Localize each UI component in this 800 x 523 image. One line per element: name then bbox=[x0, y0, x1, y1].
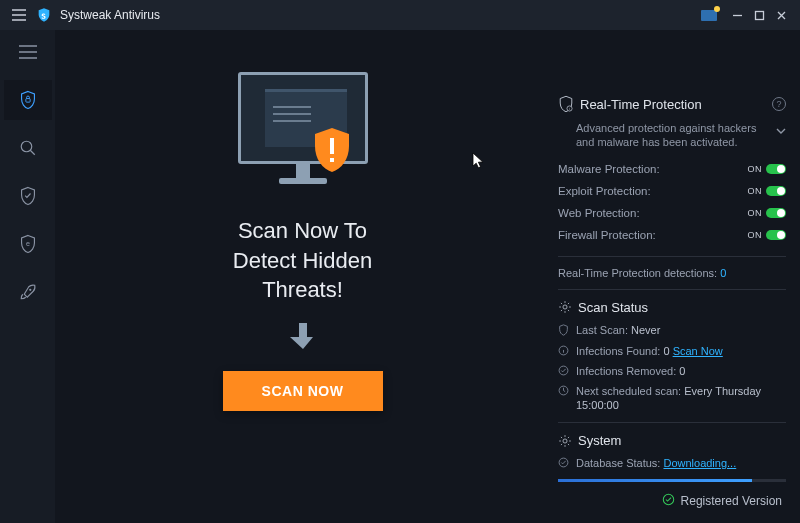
firewall-toggle[interactable] bbox=[766, 230, 786, 240]
shield-info-icon: i bbox=[558, 95, 574, 113]
right-panel: i Real-Time Protection ? Advanced protec… bbox=[550, 30, 800, 523]
shield-check-icon bbox=[19, 186, 37, 206]
app-logo bbox=[36, 7, 52, 23]
gear-icon bbox=[558, 300, 572, 314]
sidebar-item-scan[interactable] bbox=[4, 128, 52, 168]
system-gear-icon bbox=[558, 434, 572, 448]
svg-point-2 bbox=[21, 141, 32, 152]
scan-now-link[interactable]: Scan Now bbox=[673, 345, 723, 357]
check-circle-icon bbox=[558, 457, 570, 471]
toggle-malware: Malware Protection: ON bbox=[558, 158, 786, 180]
db-progress bbox=[558, 479, 786, 482]
promo-icon[interactable] bbox=[700, 8, 720, 22]
svg-point-7 bbox=[563, 305, 567, 309]
sidebar-item-boost[interactable] bbox=[4, 272, 52, 312]
web-toggle[interactable] bbox=[766, 208, 786, 218]
svg-rect-0 bbox=[755, 11, 763, 19]
rocket-icon bbox=[19, 283, 37, 301]
scan-now-button[interactable]: SCAN NOW bbox=[223, 371, 383, 411]
rtp-description[interactable]: Advanced protection against hackers and … bbox=[576, 121, 786, 150]
sidebar-item-extra[interactable]: e bbox=[4, 224, 52, 264]
help-button[interactable]: ? bbox=[772, 97, 786, 111]
clock-icon bbox=[558, 385, 570, 399]
maximize-button[interactable] bbox=[748, 4, 770, 26]
malware-toggle[interactable] bbox=[766, 164, 786, 174]
check-circle-icon bbox=[558, 365, 570, 379]
toggle-exploit: Exploit Protection: ON bbox=[558, 180, 786, 202]
db-status-link[interactable]: Downloading... bbox=[663, 457, 736, 469]
registered-version[interactable]: Registered Version bbox=[662, 493, 782, 509]
rtp-title: Real-Time Protection bbox=[580, 97, 702, 112]
alert-shield-icon bbox=[310, 126, 354, 176]
menu-button[interactable] bbox=[8, 4, 30, 26]
svg-rect-1 bbox=[25, 99, 29, 103]
chevron-down-icon bbox=[776, 123, 786, 137]
center-panel: Scan Now To Detect Hidden Threats! SCAN … bbox=[55, 30, 550, 523]
close-button[interactable] bbox=[770, 4, 792, 26]
arrow-down-icon bbox=[290, 321, 316, 355]
shield-lock-icon bbox=[19, 90, 37, 110]
info-icon bbox=[558, 345, 570, 359]
search-icon bbox=[19, 139, 37, 157]
svg-text:e: e bbox=[26, 240, 30, 248]
minimize-button[interactable] bbox=[726, 4, 748, 26]
app-title: Systweak Antivirus bbox=[60, 8, 160, 22]
svg-text:i: i bbox=[569, 107, 570, 111]
headline: Scan Now To Detect Hidden Threats! bbox=[233, 216, 372, 305]
sidebar: e bbox=[0, 30, 55, 523]
toggle-web: Web Protection: ON bbox=[558, 202, 786, 224]
shield-small-icon bbox=[558, 324, 570, 339]
scan-status-title: Scan Status bbox=[578, 300, 648, 315]
scan-illustration bbox=[238, 72, 368, 192]
sidebar-item-menu[interactable] bbox=[4, 32, 52, 72]
svg-point-4 bbox=[29, 289, 31, 291]
exploit-toggle[interactable] bbox=[766, 186, 786, 196]
sidebar-item-protection[interactable] bbox=[4, 176, 52, 216]
system-title: System bbox=[578, 433, 621, 448]
shield-e-icon: e bbox=[19, 234, 37, 254]
rtp-detections: Real-Time Protection detections: 0 bbox=[558, 267, 786, 279]
svg-point-11 bbox=[563, 439, 567, 443]
check-circle-icon bbox=[662, 493, 675, 509]
hamburger-icon bbox=[18, 45, 38, 59]
toggle-firewall: Firewall Protection: ON bbox=[558, 224, 786, 246]
sidebar-item-home[interactable] bbox=[4, 80, 52, 120]
